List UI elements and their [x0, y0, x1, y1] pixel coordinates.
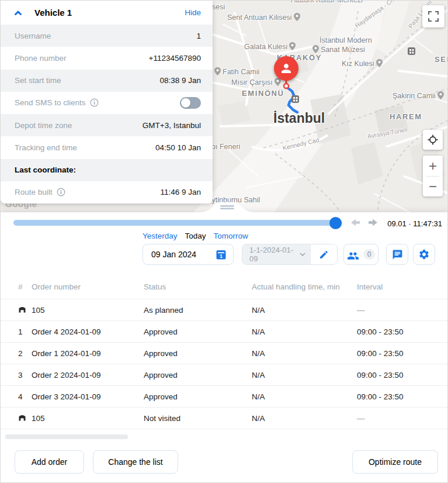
locate-button[interactable] [423, 130, 443, 150]
sms-toggle[interactable] [180, 97, 201, 109]
route-start-point [284, 84, 289, 88]
map-pin-icon [289, 42, 296, 52]
vehicle-detail-rows: Username1Phone number+11234567890Set sta… [1, 25, 213, 203]
couriers-button[interactable]: 0 [343, 244, 378, 265]
map-label-sesi: sesi [212, 3, 225, 11]
optimize-route-button[interactable]: Optimize route [352, 450, 438, 474]
map-pin-icon [437, 91, 444, 101]
row-status: Approved [144, 371, 252, 380]
row-status: Not visited [144, 414, 252, 423]
order-row[interactable]: 4Order 3 2024-01-09ApprovedN/A09:00 - 23… [1, 385, 448, 407]
row-status: Approved [144, 392, 252, 401]
map-label-feneri: pı Feneri [211, 143, 240, 151]
collapse-chevron-up-icon[interactable] [15, 11, 22, 15]
row-value: 04:50 10 Jan [155, 143, 201, 152]
fullscreen-button[interactable] [422, 5, 444, 27]
col-number: # [18, 282, 32, 291]
row-label: Depot time zone [15, 121, 72, 130]
row-time: N/A [252, 327, 357, 336]
row-time: N/A [252, 349, 357, 358]
calendar-icon[interactable]: 1 [216, 250, 226, 260]
col-actual-time: Actual handling time, min [252, 282, 357, 291]
transit-station-icon [291, 95, 299, 103]
vehicle-detail-row: Depot time zoneGMT+3, Istanbul [1, 114, 213, 136]
map-label-sent-antuan: Sent Antuan Kilisesi [227, 13, 302, 23]
order-row[interactable]: 105Not visitedN/A— [1, 407, 448, 429]
settings-button[interactable] [413, 244, 435, 265]
zoom-in-button[interactable]: + [423, 156, 443, 176]
edit-route-button[interactable] [310, 244, 337, 264]
row-num: 3 [18, 371, 32, 380]
route-select-group: 1-1-2024-01-09 [242, 244, 338, 265]
gear-icon [418, 249, 430, 260]
row-interval: 09:00 - 23:50 [357, 349, 448, 358]
map-label-sakirin: Şakirin Camii [393, 91, 446, 101]
order-row[interactable]: 3Order 2 2024-01-09ApprovedN/A09:00 - 23… [1, 364, 448, 385]
info-icon[interactable] [90, 98, 99, 107]
timeline-slider-track[interactable] [13, 220, 342, 226]
vehicle-title: Vehicle 1 [34, 8, 72, 18]
order-row[interactable]: 2Order 1 2024-01-09ApprovedN/A09:00 - 23… [1, 342, 448, 364]
map-pin-icon [376, 59, 383, 69]
zoom-out-button[interactable]: − [423, 177, 443, 196]
row-order: Order 1 2024-01-09 [32, 349, 144, 358]
row-value: 1 [196, 32, 201, 40]
map-label-misir: Mısır Çarşısı [231, 78, 283, 88]
order-row[interactable]: 105As plannedN/A— [1, 299, 448, 320]
zoom-control: + − [423, 156, 443, 196]
route-select[interactable]: 1-1-2024-01-09 [242, 244, 310, 264]
row-time: N/A [252, 306, 357, 315]
row-order: Order 2 2024-01-09 [32, 371, 144, 380]
depot-icon [18, 305, 26, 313]
panel-drag-handle[interactable] [199, 202, 255, 212]
row-time: N/A [252, 371, 357, 380]
row-interval: 09:00 - 23:50 [357, 327, 448, 336]
route-tracking-page: sesiAtatürk Kültür MerkeziSent Antuan Ki… [0, 0, 448, 483]
row-label: Send SMS to clients [15, 98, 86, 107]
horizontal-scrollbar[interactable] [5, 434, 128, 439]
change-list-button[interactable]: Change the list [93, 450, 178, 474]
orders-table-header: # Order number Status Actual handling ti… [1, 274, 448, 299]
row-status: Approved [144, 349, 252, 358]
map-label-sel: SEL [435, 55, 448, 64]
row-time: N/A [252, 414, 357, 423]
row-label: Tracking end time [15, 143, 77, 152]
toggle-knob [181, 98, 190, 108]
locate-crosshair-icon [428, 134, 438, 145]
step-forward-button[interactable] [369, 219, 379, 227]
row-label: Username [15, 32, 51, 40]
add-order-button[interactable]: Add order [15, 450, 84, 474]
date-picker-field[interactable]: 09 Jan 2024 1 [143, 244, 234, 265]
order-row[interactable]: 1Order 4 2024-01-09ApprovedN/A09:00 - 23… [1, 320, 448, 342]
vehicle-detail-row: Set start time08:38 9 Jan [1, 70, 213, 92]
row-value: GMT+3, Istanbul [143, 121, 201, 130]
arrow-left-icon [351, 219, 360, 226]
today-link[interactable]: Today [185, 232, 206, 240]
yesterday-link[interactable]: Yesterday [143, 232, 178, 240]
day-links: Yesterday Today Tomorrow [143, 232, 248, 240]
timeline-slider-thumb[interactable] [329, 217, 342, 229]
tomorrow-link[interactable]: Tomorrow [214, 232, 248, 240]
depot-icon [18, 413, 26, 422]
hide-link[interactable]: Hide [185, 8, 201, 17]
row-interval: — [357, 414, 448, 423]
row-order: Order 3 2024-01-09 [32, 392, 144, 401]
transit-station-icon [408, 47, 415, 55]
chat-button[interactable] [386, 244, 408, 265]
map-label-istanbul: İstanbul [273, 111, 325, 126]
svg-text:1: 1 [220, 253, 223, 259]
row-label: Last coordinate: [15, 165, 76, 174]
step-back-button[interactable] [351, 219, 362, 227]
pencil-icon [319, 250, 329, 260]
row-label: Set start time [15, 76, 61, 85]
chevron-down-icon [300, 253, 305, 256]
vehicle-panel: Vehicle 1 Hide Username1Phone number+112… [1, 1, 213, 203]
vehicle-detail-row: Tracking end time04:50 10 Jan [1, 136, 213, 158]
courier-marker-icon[interactable] [274, 56, 298, 81]
vehicle-detail-row: Last coordinate: [1, 159, 213, 181]
col-order-number: Order number [32, 282, 144, 291]
date-value: 09 Jan 2024 [151, 250, 196, 259]
info-icon[interactable] [57, 188, 65, 196]
row-time: N/A [252, 392, 357, 401]
map-label-eminonu: EMINÖNÜ [242, 89, 284, 98]
